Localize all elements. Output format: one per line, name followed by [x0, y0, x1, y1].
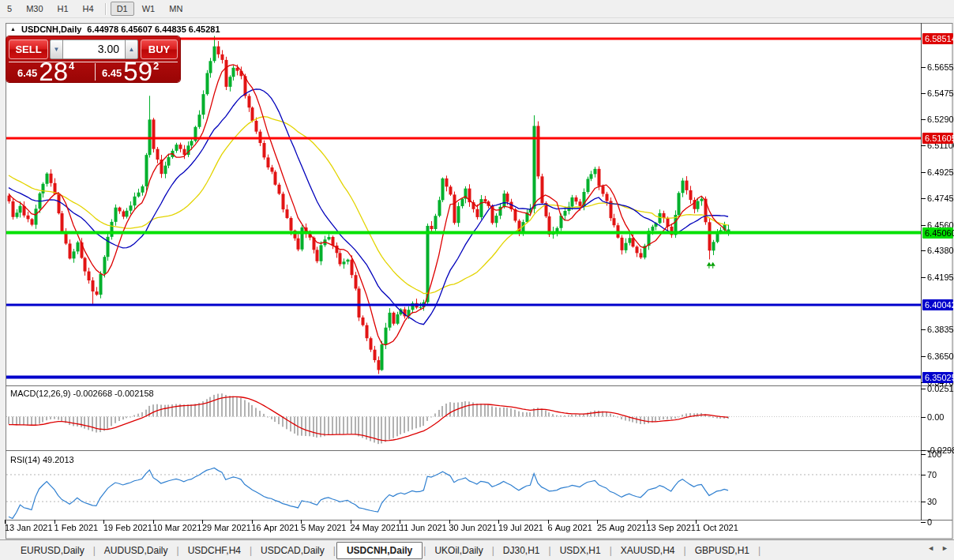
tab-eurusd-daily[interactable]: EURUSD,Daily: [13, 542, 92, 559]
tab-separator: |: [757, 545, 761, 556]
price-level-badge: 6.35025: [922, 372, 953, 383]
chevron-up-icon: ▲: [129, 46, 135, 53]
chart-title: ▲ USDCNH,Daily 6.44978 6.45607 6.44835 6…: [10, 24, 220, 34]
tab-usdchf-h4[interactable]: USDCHF,H4: [180, 542, 249, 559]
terminal-window: 5M30H1H4D1W1MN ▲ USDCNH,Daily 6.44978 6.…: [0, 0, 954, 560]
timeframe-m30[interactable]: M30: [20, 2, 49, 16]
tab-ukoil-daily[interactable]: UKOil,Daily: [426, 542, 490, 559]
ohlc-values: 6.44978 6.45607 6.44835 6.45281: [87, 24, 220, 34]
tabs-scroll-right-icon[interactable]: ►: [941, 544, 948, 552]
tab-usdcnh-daily[interactable]: USDCNH,Daily: [336, 542, 423, 559]
tabs-scroll-left-icon[interactable]: ◄: [927, 544, 934, 552]
panel-divider: [95, 63, 96, 81]
timeframe-d1[interactable]: D1: [111, 2, 134, 16]
one-click-trading-panel: SELL ▼ 3.00 ▲ BUY 6.45 28 4 6.45 59 2: [6, 36, 180, 82]
timeframe-toolbar: 5M30H1H4D1W1MN: [0, 0, 954, 18]
volume-input[interactable]: 3.00: [63, 39, 125, 59]
rsi-indicator-label: RSI(14) 49.2013: [10, 455, 74, 464]
symbol-title: USDCNH,Daily: [21, 24, 81, 34]
timeframe-5[interactable]: 5: [1, 2, 18, 16]
macd-indicator-label: MACD(12,26,9) -0.002668 -0.002158: [10, 389, 154, 398]
chart-tabs: EURUSD,Daily|AUDUSD,Daily|USDCHF,H4|USDC…: [0, 539, 954, 560]
timeframe-h4[interactable]: H4: [77, 2, 100, 16]
tab-audusd-daily[interactable]: AUDUSD,Daily: [96, 542, 176, 559]
tab-dj30-h1[interactable]: DJ30,H1: [495, 542, 548, 559]
buy-price-pips: 59: [123, 62, 152, 82]
buy-price-prefix: 6.45: [102, 67, 122, 79]
price-level-badge: 6.51605: [922, 133, 953, 144]
tab-gbpusd-h1[interactable]: GBPUSD,H1: [687, 542, 757, 559]
tab-usdx-h1[interactable]: USDX,H1: [552, 542, 609, 559]
timeframe-w1[interactable]: W1: [136, 2, 162, 16]
buy-price-point: 2: [153, 60, 159, 72]
price-level-badge: 6.45060: [922, 227, 953, 239]
sell-price-prefix: 6.45: [17, 67, 37, 79]
timeframe-h1[interactable]: H1: [51, 2, 75, 16]
sell-price[interactable]: 6.45 28 4: [17, 61, 74, 82]
tab-navigation: ◄ ►: [927, 544, 948, 552]
chevron-down-icon: ▼: [54, 46, 60, 53]
sell-price-pips: 28: [39, 62, 68, 82]
price-level-badge: 6.40042: [922, 299, 953, 310]
price-level-badge: 6.58514: [922, 33, 953, 44]
tab-xauusd-h4[interactable]: XAUUSD,H4: [613, 542, 683, 559]
collapse-panel-icon[interactable]: ▲: [10, 26, 16, 32]
timeframe-mn[interactable]: MN: [163, 2, 189, 16]
buy-price[interactable]: 6.45 59 2: [102, 61, 159, 82]
tab-usdcad-daily[interactable]: USDCAD,Daily: [253, 542, 332, 559]
toolbar-separator: [105, 3, 106, 15]
sell-price-point: 4: [69, 60, 74, 72]
